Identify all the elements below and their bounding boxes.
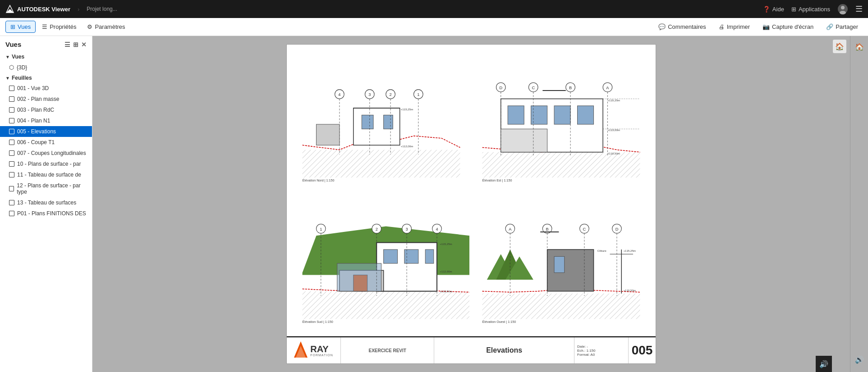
home-nav-button[interactable]: 🏠 xyxy=(852,40,867,54)
svg-text:2: 2 xyxy=(390,92,392,97)
vues-button[interactable]: ⊞ Vues xyxy=(5,21,36,33)
close-icon[interactable]: ✕ xyxy=(81,41,87,48)
toolbar: ⊞ Vues ☰ Propriétés ⚙ Paramètres 💬 Comme… xyxy=(0,18,868,36)
svg-rect-62 xyxy=(425,250,434,263)
sidebar-item-006[interactable]: 006 - Coupe T1 xyxy=(0,137,92,148)
sheet-icon xyxy=(9,86,14,91)
svg-text:Clôture: Clôture xyxy=(597,249,606,252)
breadcrumb-separator: › xyxy=(78,6,79,13)
elevation-sud-quadrant: 1 2 3 4 +115,25m +112,00m xyxy=(291,191,471,332)
cube-icon: ⬡ xyxy=(9,64,14,71)
svg-text:B: B xyxy=(546,227,549,231)
sidebar-item-002[interactable]: 002 - Plan masse xyxy=(0,94,92,104)
top-nav-right: ❓ Aide ⊞ Applications ☰ xyxy=(763,4,863,14)
capture-button[interactable]: 📷 Capture d'écran xyxy=(758,21,818,32)
footer-info: Date: - Ech.: 1:150 Format: A0 xyxy=(574,337,629,363)
svg-marker-83 xyxy=(482,293,640,319)
sidebar-item-11[interactable]: 11 - Tableau de surface de xyxy=(0,169,92,180)
proprietes-button[interactable]: ☰ Propriétés xyxy=(37,21,81,32)
sidebar-item-003[interactable]: 003 - Plan RdC xyxy=(0,104,92,115)
svg-marker-30 xyxy=(482,152,640,178)
elevation-ouest-svg: Clôture A B C D xyxy=(473,192,649,330)
drawing-footer: RAY FORMATION EXERCICE REVIT Elevations … xyxy=(287,336,656,363)
sheet-icon xyxy=(9,150,14,156)
toolbar-right: 💬 Commentaires 🖨 Imprimer 📷 Capture d'éc… xyxy=(654,21,863,32)
sidebar: Vues ☰ ⊞ ✕ ▼ Vues ⬡ {3D} ▼ Feuilles xyxy=(0,36,92,372)
user-avatar[interactable] xyxy=(837,4,848,14)
svg-rect-61 xyxy=(404,250,418,263)
speaker-nav-button[interactable]: 🔊 xyxy=(852,352,867,367)
svg-text:Élévation Ouest | 1:150: Élévation Ouest | 1:150 xyxy=(482,319,516,323)
commentaires-icon: 💬 xyxy=(658,23,666,30)
svg-rect-88 xyxy=(554,256,565,272)
svg-text:A: A xyxy=(509,227,512,231)
help-button[interactable]: ❓ Aide xyxy=(763,6,784,13)
sidebar-item-10[interactable]: 10 - Plans de surface - par xyxy=(0,159,92,169)
sidebar-item-007[interactable]: 007 - Coupes Longitudinales xyxy=(0,148,92,159)
sidebar-item-3d[interactable]: ⬡ {3D} xyxy=(0,62,92,73)
home-button[interactable]: 🏠 xyxy=(833,40,846,53)
elevation-est-svg: +115,25m +113,00m +110,50m D C B xyxy=(473,51,649,189)
svg-text:D: D xyxy=(499,86,502,90)
sidebar-item-004[interactable]: 004 - Plan N1 xyxy=(0,115,92,126)
parametres-button[interactable]: ⚙ Paramètres xyxy=(83,21,129,32)
svg-rect-32 xyxy=(508,106,524,124)
sheet-icon xyxy=(9,107,14,113)
svg-marker-8 xyxy=(303,150,460,178)
svg-text:+110,50m: +110,50m xyxy=(607,152,620,155)
svg-text:D: D xyxy=(615,227,619,231)
elevation-nord-svg: 4 3 2 1 +115,25m +112,0 xyxy=(293,51,469,189)
footer-sheet-number: 005 xyxy=(629,337,656,363)
sidebar-item-005[interactable]: 005 - Elevations xyxy=(0,126,92,137)
svg-rect-11 xyxy=(384,115,393,129)
hamburger-button[interactable]: ☰ xyxy=(855,4,863,14)
list-view-icon[interactable]: ☰ xyxy=(64,41,70,48)
svg-rect-65 xyxy=(337,263,381,291)
imprimer-button[interactable]: 🖨 Imprimer xyxy=(714,21,754,32)
footer-sheet-title: Elevations xyxy=(434,337,574,363)
commentaires-button[interactable]: 💬 Commentaires xyxy=(654,21,711,32)
footer-project-label: EXERCICE REVIT xyxy=(341,337,434,363)
svg-text:C: C xyxy=(532,86,535,90)
app-logo[interactable]: AUTODESK Viewer xyxy=(5,5,70,14)
imprimer-icon: 🖨 xyxy=(719,23,725,30)
sidebar-item-001[interactable]: 001 - Vue 3D xyxy=(0,83,92,94)
svg-text:Élévation Sud | 1:150: Élévation Sud | 1:150 xyxy=(303,319,333,323)
svg-text:Élévation Nord | 1:150: Élévation Nord | 1:150 xyxy=(303,178,335,182)
sidebar-item-12[interactable]: 12 - Plans de surface - par type xyxy=(0,180,92,197)
svg-text:+115,25m: +115,25m xyxy=(623,249,636,252)
svg-text:C: C xyxy=(583,227,586,231)
sheet-icon xyxy=(9,186,14,191)
svg-rect-27 xyxy=(316,124,339,145)
sheet-icon xyxy=(9,118,14,123)
svg-rect-36 xyxy=(501,129,547,152)
svg-point-5 xyxy=(840,11,846,14)
vues-arrow-icon: ▼ xyxy=(5,54,10,59)
sheet-icon xyxy=(9,129,14,134)
sidebar-item-P01[interactable]: P01 - Plans FINITIONS DES xyxy=(0,208,92,219)
svg-text:2: 2 xyxy=(376,227,378,231)
sheet-icon xyxy=(9,96,14,102)
feuilles-arrow-icon: ▼ xyxy=(5,76,10,81)
content-area[interactable]: 🏠 xyxy=(92,36,850,372)
footer-scale: Ech.: 1:150 xyxy=(577,349,625,353)
svg-text:+110,50m: +110,50m xyxy=(623,288,636,291)
svg-text:+115,25m: +115,25m xyxy=(401,108,413,111)
sheet-icon xyxy=(9,140,14,145)
sidebar-header-icons: ☰ ⊞ ✕ xyxy=(64,41,87,48)
speaker-button[interactable]: 🔊 xyxy=(816,356,832,372)
vues-icon: ⊞ xyxy=(10,23,15,30)
svg-rect-34 xyxy=(554,106,570,124)
elevation-est-quadrant: +115,25m +113,00m +110,50m D C B xyxy=(471,49,651,191)
partager-button[interactable]: 🔗 Partager xyxy=(822,21,863,32)
top-navbar: AUTODESK Viewer › Projet long... ❓ Aide … xyxy=(0,0,868,18)
proprietes-icon: ☰ xyxy=(42,23,47,30)
vues-section[interactable]: ▼ Vues xyxy=(0,52,92,62)
svg-rect-35 xyxy=(578,106,594,124)
feuilles-section[interactable]: ▼ Feuilles xyxy=(0,73,92,83)
applications-button[interactable]: ⊞ Applications xyxy=(791,6,830,13)
app-name: AUTODESK Viewer xyxy=(17,6,70,13)
sidebar-item-13[interactable]: 13 - Tableau de surfaces xyxy=(0,197,92,208)
grid-view-icon[interactable]: ⊞ xyxy=(73,41,78,48)
sidebar-list: ▼ Vues ⬡ {3D} ▼ Feuilles 001 - Vue 3D 00… xyxy=(0,52,92,372)
